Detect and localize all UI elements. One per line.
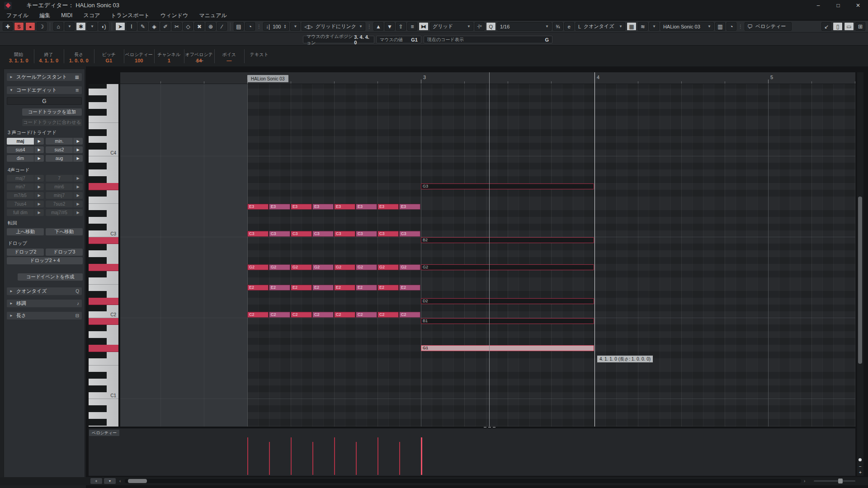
horizontal-zoom-handle[interactable] bbox=[838, 479, 843, 483]
piano-key-black[interactable] bbox=[89, 338, 107, 345]
mute-tool-button[interactable]: ✖ bbox=[194, 22, 204, 31]
left-zone-toggle-button[interactable]: ▯ bbox=[833, 22, 843, 31]
piano-key-black[interactable] bbox=[89, 129, 107, 136]
insert-velocity-menu-button[interactable]: ▼ bbox=[290, 22, 300, 31]
velocity-levels-button[interactable]: ▥ bbox=[715, 22, 725, 31]
feedback-button[interactable]: ☽ bbox=[37, 22, 47, 31]
note-E3-7[interactable]: E3 bbox=[377, 204, 399, 210]
triad-button-sus4[interactable]: sus4▶ bbox=[7, 146, 44, 153]
menu-item-5[interactable]: ウィンドウ bbox=[160, 12, 188, 19]
chord-label[interactable]: dim bbox=[7, 155, 34, 162]
selected-note-B1[interactable]: B1 bbox=[421, 318, 594, 324]
note-G2-3[interactable]: G2 bbox=[291, 264, 312, 270]
piano-key-black[interactable] bbox=[89, 176, 107, 183]
snap-toggle-button[interactable]: ⧓ bbox=[419, 22, 429, 31]
chord-options-arrow-icon[interactable]: ▶ bbox=[34, 155, 44, 162]
note-E2-3[interactable]: E2 bbox=[291, 285, 312, 291]
event-colors-button[interactable]: ▦ bbox=[627, 22, 637, 31]
chord-options-arrow-icon[interactable]: ▶ bbox=[73, 138, 83, 145]
chord-options-arrow-icon[interactable]: ▶ bbox=[73, 155, 83, 162]
piano-key-black[interactable] bbox=[89, 95, 107, 102]
menu-item-2[interactable]: MIDI bbox=[61, 12, 72, 19]
part-options-button[interactable]: ▼ bbox=[87, 22, 97, 31]
horizontal-scrollbar-thumb[interactable] bbox=[128, 479, 147, 483]
vertical-scrollbar-thumb[interactable] bbox=[858, 197, 862, 364]
draw-tool-button[interactable]: ✎ bbox=[138, 22, 148, 31]
note-C2-8[interactable]: C2 bbox=[399, 312, 420, 318]
triad-button-dim[interactable]: dim▶ bbox=[7, 155, 44, 162]
autoscroll-button[interactable]: ⌂ bbox=[53, 22, 63, 31]
note-G2-7[interactable]: G2 bbox=[377, 264, 399, 270]
drop-2-4-button[interactable]: ドロップ2 + 4 bbox=[7, 257, 83, 264]
velocity-lane-label[interactable]: ベロシティー bbox=[89, 430, 119, 436]
split-tool-button[interactable]: ✂ bbox=[172, 22, 182, 31]
solo-button[interactable]: S bbox=[14, 22, 24, 31]
info-value[interactable]: — bbox=[214, 58, 245, 63]
piano-key-highlighted[interactable] bbox=[89, 264, 118, 271]
metronome-button[interactable]: ◔ bbox=[726, 22, 736, 31]
drop-3-button[interactable]: ドロップ3 bbox=[46, 249, 83, 256]
pin-button[interactable]: ✚ bbox=[3, 22, 13, 31]
insert-velocity-box[interactable]: ↓| 100 ▲▼ bbox=[263, 22, 289, 31]
vertical-zoom-out-button[interactable]: − bbox=[857, 465, 863, 469]
velocity-stem-7[interactable] bbox=[377, 437, 378, 475]
note-C3-3[interactable]: C3 bbox=[291, 231, 312, 237]
piano-key-highlighted[interactable] bbox=[89, 298, 118, 305]
menu-item-4[interactable]: トランスポート bbox=[111, 12, 150, 19]
note-E3-2[interactable]: E3 bbox=[269, 204, 290, 210]
velocity-stem-3[interactable] bbox=[291, 437, 292, 475]
section-scale-assistant[interactable]: ►スケールアシスタント▦ bbox=[7, 73, 82, 81]
note-E3-5[interactable]: E3 bbox=[334, 204, 355, 210]
selected-note-G2[interactable]: G2 bbox=[421, 264, 594, 270]
menu-item-1[interactable]: 編集 bbox=[39, 12, 50, 19]
info-value[interactable]: 3. 1. 1. 0 bbox=[4, 58, 34, 63]
swing-button[interactable]: ¾ bbox=[553, 22, 563, 31]
lane-setup-button[interactable]: ▼ bbox=[104, 478, 116, 484]
velocity-lane[interactable]: ベロシティー bbox=[89, 427, 855, 476]
section-chord-edit[interactable]: ▼コードエディット≣ bbox=[7, 86, 82, 94]
time-format-button[interactable]: ◔ bbox=[245, 22, 255, 31]
note-C2-4[interactable]: C2 bbox=[312, 312, 334, 318]
scroll-right-arrow[interactable]: › bbox=[804, 479, 805, 484]
velocity-stem-selected[interactable] bbox=[421, 437, 422, 475]
velocity-stem-8[interactable] bbox=[399, 442, 400, 475]
piano-key-black[interactable] bbox=[89, 143, 107, 150]
piano-keyboard[interactable]: C4C3C2C1 bbox=[89, 84, 119, 427]
move-up-inversion-button[interactable]: 上へ移動 bbox=[7, 228, 44, 235]
note-C2-3[interactable]: C2 bbox=[291, 312, 312, 318]
current-chord-field[interactable]: G bbox=[7, 97, 82, 105]
note-E3-1[interactable]: E3 bbox=[247, 204, 269, 210]
move-down-inversion-button[interactable]: 下へ移動 bbox=[46, 228, 83, 235]
note-C3-4[interactable]: C3 bbox=[312, 231, 334, 237]
piano-key-black[interactable] bbox=[89, 224, 107, 230]
vertical-scrollbar[interactable]: − + bbox=[857, 72, 863, 476]
note-C2-2[interactable]: C2 bbox=[269, 312, 290, 318]
select-tool-button[interactable]: ➤ bbox=[115, 22, 125, 31]
note-E3-6[interactable]: E3 bbox=[356, 204, 377, 210]
piano-key-highlighted[interactable] bbox=[89, 183, 118, 190]
note-C3-6[interactable]: C3 bbox=[356, 231, 377, 237]
section-length[interactable]: ►長さ⊟ bbox=[7, 312, 82, 319]
move-up-button[interactable]: ▲ bbox=[373, 22, 383, 31]
velocity-stem-1[interactable] bbox=[247, 437, 248, 475]
piano-key-highlighted[interactable] bbox=[89, 237, 118, 244]
piano-key-black[interactable] bbox=[89, 257, 107, 264]
note-E2-6[interactable]: E2 bbox=[356, 285, 377, 291]
transpose-menu-button[interactable]: ≡ bbox=[407, 22, 417, 31]
velocity-stem-5[interactable] bbox=[334, 437, 335, 475]
info-value[interactable]: G1 bbox=[94, 58, 124, 63]
dotted-button[interactable]: e bbox=[564, 22, 574, 31]
lower-zone-button[interactable]: ↙ bbox=[821, 22, 831, 31]
link-to-grid-dropdown[interactable]: ◁▷ グリッドにリンク ▼ bbox=[302, 22, 365, 31]
acoustic-feedback-button[interactable]: ◖) bbox=[99, 22, 108, 31]
menu-item-3[interactable]: スコア bbox=[83, 12, 100, 19]
piano-key-black[interactable] bbox=[89, 324, 107, 331]
event-colors-menu-button[interactable]: ▼ bbox=[649, 22, 659, 31]
drawing-note-G1[interactable]: G1 bbox=[421, 345, 594, 351]
note-G2-5[interactable]: G2 bbox=[334, 264, 355, 270]
maximize-button[interactable]: □ bbox=[828, 0, 848, 11]
chord-options-arrow-icon[interactable]: ▶ bbox=[34, 138, 44, 145]
event-color-scheme-dropdown[interactable]: 🗩 ベロシティー bbox=[745, 22, 792, 31]
note-E2-5[interactable]: E2 bbox=[334, 285, 355, 291]
info-value[interactable]: 64 bbox=[184, 58, 214, 63]
